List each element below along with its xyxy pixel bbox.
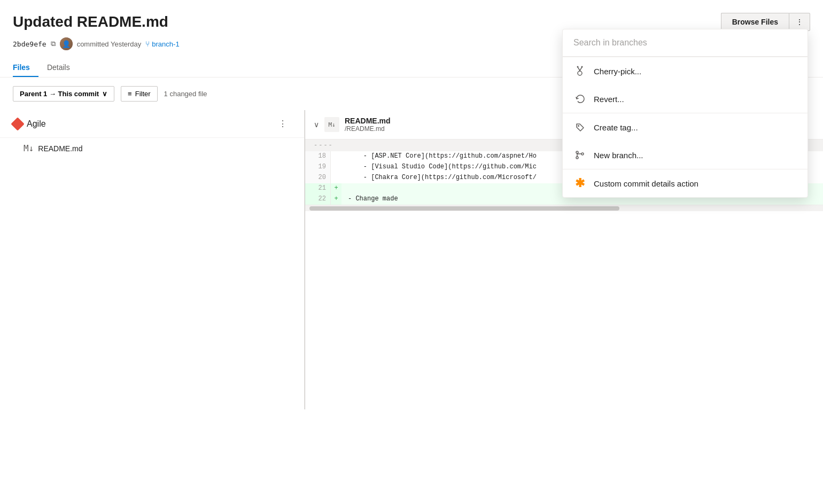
diff-file-info: README.md /README.md (345, 117, 391, 133)
branch-name: branch-1 (152, 40, 179, 48)
folder-more-button[interactable]: ⋮ (274, 117, 291, 131)
filter-button[interactable]: ≡ Filter (121, 86, 157, 102)
dropdown-item-new-branch[interactable]: New branch... (563, 141, 808, 169)
dropdown-item-cherry-pick[interactable]: Cherry-pick... (563, 57, 808, 85)
committed-text: committed Yesterday (77, 40, 142, 48)
diff-line-marker-20 (331, 173, 341, 183)
diff-line-number-20: 20 (305, 173, 331, 183)
file-sidebar: Agile ⋮ M↓ README.md (0, 110, 305, 409)
diff-line-number-19: 19 (305, 162, 331, 173)
file-item[interactable]: M↓ README.md (0, 138, 304, 159)
svg-point-0 (578, 71, 582, 75)
diff-line-marker-18 (331, 151, 341, 162)
revert-label: Revert... (594, 95, 624, 104)
tag-icon (573, 121, 586, 134)
create-tag-label: Create tag... (594, 123, 638, 132)
folder-item: Agile ⋮ (0, 110, 304, 138)
cherry-pick-icon (573, 65, 586, 77)
header-actions: Browse Files ⋮ (721, 13, 810, 31)
more-icon: ⋮ (796, 18, 803, 26)
commit-hash: 2bde9efe (13, 40, 46, 48)
new-branch-icon (573, 149, 586, 161)
custom-action-icon: ✱ (573, 177, 586, 190)
diff-line-number-21: 21 (305, 183, 331, 194)
custom-action-label: Custom commit details action (594, 179, 698, 188)
filter-icon: ≡ (128, 90, 132, 98)
cherry-pick-label: Cherry-pick... (594, 67, 641, 76)
diff-line-marker-19 (331, 162, 341, 173)
page-container: Updated README.md Browse Files ⋮ 2bde9ef… (0, 0, 823, 504)
browse-files-button[interactable]: Browse Files (721, 13, 789, 31)
diff-line-marker-21: + (331, 183, 341, 194)
dropdown-item-custom-action[interactable]: ✱ Custom commit details action (563, 169, 808, 197)
svg-point-4 (576, 151, 578, 153)
revert-icon (573, 92, 586, 105)
diff-line-number-22: 22 (305, 194, 331, 205)
tab-details[interactable]: Details (38, 59, 79, 77)
diff-file-name: README.md (345, 117, 391, 125)
parent-commit-chevron: ∨ (102, 90, 107, 98)
branch-icon: ⑂ (145, 40, 150, 48)
tab-files[interactable]: Files (13, 59, 38, 77)
dropdown-search-label[interactable]: Search in branches (563, 29, 808, 57)
parent-commit-button[interactable]: Parent 1 → This commit ∨ (13, 86, 114, 102)
changed-file-count: 1 changed file (164, 90, 207, 98)
folder-diamond-icon (11, 117, 24, 130)
diff-file-icon: M↓ (324, 117, 339, 132)
svg-point-3 (578, 125, 579, 127)
avatar-image: 👤 (60, 37, 73, 50)
folder-name: Agile (27, 119, 270, 129)
commit-title-text: Updated README.md (13, 13, 168, 30)
parent-commit-label: Parent 1 → This commit (20, 90, 99, 98)
markdown-file-icon: M↓ (24, 143, 34, 153)
svg-point-1 (581, 66, 583, 68)
diff-scrollbar[interactable] (305, 205, 823, 211)
diff-line-marker-22: + (331, 194, 341, 205)
branch-link[interactable]: ⑂ branch-1 (145, 40, 179, 48)
dropdown-item-revert[interactable]: Revert... (563, 85, 808, 113)
avatar: 👤 (60, 37, 73, 50)
commit-title-row: Updated README.md Browse Files ⋮ (13, 13, 810, 31)
diff-line-number-18: 18 (305, 151, 331, 162)
filter-label: Filter (135, 90, 151, 98)
diff-chevron-icon[interactable]: ∨ (314, 120, 319, 129)
copy-hash-icon[interactable]: ⧉ (51, 40, 56, 48)
new-branch-label: New branch... (594, 151, 643, 160)
diff-scrollbar-thumb (309, 206, 619, 211)
svg-point-2 (577, 66, 579, 68)
diff-file-path: /README.md (345, 125, 391, 133)
more-options-button[interactable]: ⋮ (789, 13, 810, 31)
dropdown-item-create-tag[interactable]: Create tag... (563, 113, 808, 141)
svg-point-5 (576, 157, 578, 159)
file-name: README.md (38, 144, 82, 153)
dropdown-menu: Search in branches Cherry-pick... (562, 29, 808, 198)
